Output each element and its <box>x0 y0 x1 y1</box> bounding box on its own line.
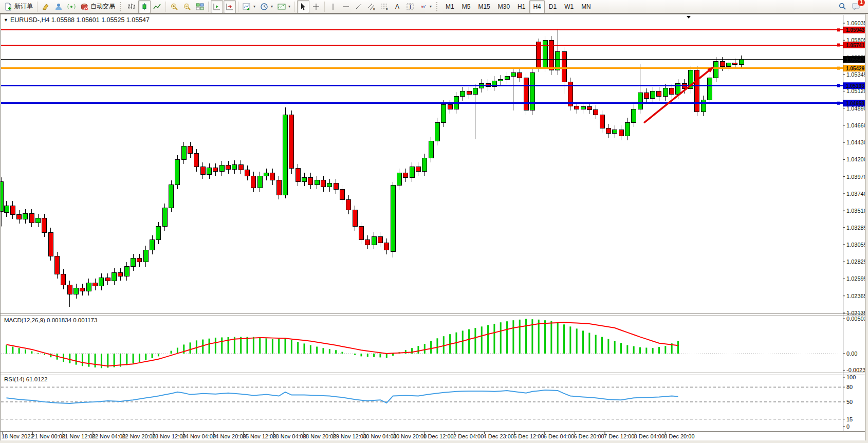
candle-body[interactable] <box>162 208 167 226</box>
candle-body[interactable] <box>701 100 706 112</box>
candle-body[interactable] <box>74 288 79 294</box>
fibonacci-button[interactable]: F <box>378 0 391 13</box>
candle-body[interactable] <box>283 115 288 195</box>
candle-body[interactable] <box>80 288 85 291</box>
candle-body[interactable] <box>226 165 231 169</box>
bar-chart-button[interactable] <box>125 0 138 13</box>
candle-body[interactable] <box>739 60 744 65</box>
candle-body[interactable] <box>651 91 655 98</box>
candle-body[interactable] <box>511 72 515 76</box>
candle-body[interactable] <box>29 214 34 223</box>
candle-body[interactable] <box>644 93 649 99</box>
candle-body[interactable] <box>397 173 401 186</box>
candle-body[interactable] <box>505 76 509 79</box>
signals-button[interactable] <box>65 0 78 13</box>
candle-body[interactable] <box>720 61 725 66</box>
styler-button[interactable] <box>40 0 52 13</box>
candle-body[interactable] <box>378 237 382 243</box>
auto-scroll-button[interactable] <box>211 0 223 13</box>
line-chart-button[interactable] <box>151 0 163 13</box>
chart-window[interactable]: 1.060351.058051.055751.053451.051201.048… <box>0 13 868 443</box>
candle-body[interactable] <box>327 183 332 187</box>
cursor-button[interactable] <box>297 0 309 13</box>
candle-body[interactable] <box>733 63 737 64</box>
tab-timeframe-mn[interactable]: MN <box>578 0 595 13</box>
candle-body[interactable] <box>143 250 148 262</box>
candle-body[interactable] <box>467 91 471 94</box>
candle-body[interactable] <box>188 146 193 153</box>
candle-body[interactable] <box>105 278 110 281</box>
candle-body[interactable] <box>638 93 642 109</box>
candle-body[interactable] <box>55 256 60 274</box>
hline-anchor[interactable] <box>837 44 840 47</box>
candle-body[interactable] <box>429 141 433 158</box>
templates-button[interactable]: ▾ <box>275 0 292 13</box>
candle-body[interactable] <box>632 109 636 122</box>
candle-body[interactable] <box>137 259 142 262</box>
tab-timeframe-h1[interactable]: H1 <box>514 0 529 13</box>
candle-body[interactable] <box>422 158 427 171</box>
candle-body[interactable] <box>530 72 534 110</box>
candle-body[interactable] <box>670 88 674 95</box>
drag-handle[interactable] <box>120 2 123 11</box>
chart-shift-button[interactable] <box>224 0 236 13</box>
candle-body[interactable] <box>498 79 503 81</box>
candle-body[interactable] <box>340 189 344 199</box>
candle-body[interactable] <box>410 167 414 177</box>
tab-timeframe-m30[interactable]: M30 <box>494 0 513 13</box>
candle-body[interactable] <box>391 186 395 252</box>
candle-body[interactable] <box>207 168 212 174</box>
candle-body[interactable] <box>36 218 41 223</box>
candle-body[interactable] <box>613 130 617 134</box>
drag-handle[interactable] <box>436 2 439 11</box>
candle-body[interactable] <box>169 185 174 208</box>
candle-body[interactable] <box>695 70 699 112</box>
tab-timeframe-m5[interactable]: M5 <box>458 0 474 13</box>
candle-body[interactable] <box>251 176 256 188</box>
candle-body[interactable] <box>518 72 522 78</box>
candle-body[interactable] <box>23 214 28 219</box>
tile-windows-button[interactable] <box>194 0 206 13</box>
candle-body[interactable] <box>99 278 104 286</box>
vertical-line-button[interactable] <box>327 0 339 13</box>
candle-body[interactable] <box>42 218 47 232</box>
candle-body[interactable] <box>321 180 326 187</box>
candle-body[interactable] <box>118 272 123 276</box>
periods-button[interactable]: ▾ <box>258 0 275 13</box>
equidistant-channel-button[interactable]: E <box>365 0 378 13</box>
candle-body[interactable] <box>245 170 250 176</box>
candle-body[interactable] <box>727 63 731 66</box>
candle-body[interactable] <box>276 180 281 195</box>
candle-body[interactable] <box>112 272 117 281</box>
candle-body[interactable] <box>403 173 408 177</box>
candle-body[interactable] <box>86 283 91 291</box>
candle-body[interactable] <box>4 206 9 212</box>
candle-body[interactable] <box>575 106 579 109</box>
candle-body[interactable] <box>473 88 477 95</box>
candle-body[interactable] <box>416 167 420 172</box>
candle-body[interactable] <box>270 173 275 180</box>
candle-body[interactable] <box>714 61 718 78</box>
candle-body[interactable] <box>663 88 668 97</box>
candle-body[interactable] <box>708 78 712 100</box>
add-indicator-button[interactable]: ▾ <box>241 0 257 13</box>
candle-body[interactable] <box>334 183 338 190</box>
candle-body[interactable] <box>296 169 300 182</box>
candle-body[interactable] <box>257 176 262 188</box>
candle-body[interactable] <box>346 199 351 210</box>
candle-body[interactable] <box>238 164 243 170</box>
tab-timeframe-h4[interactable]: H4 <box>529 0 544 13</box>
candle-body[interactable] <box>61 274 66 285</box>
candle-body[interactable] <box>156 227 161 240</box>
candle-body[interactable] <box>181 146 186 159</box>
text-label-button[interactable]: T <box>404 0 416 13</box>
hline-anchor[interactable] <box>837 84 840 87</box>
candle-body[interactable] <box>289 115 294 169</box>
candle-body[interactable] <box>365 240 370 245</box>
candle-body[interactable] <box>441 104 446 122</box>
candle-body[interactable] <box>657 91 661 96</box>
candle-body[interactable] <box>524 78 528 110</box>
candle-body[interactable] <box>175 159 180 184</box>
arrows-button[interactable]: ▾ <box>417 0 434 13</box>
candle-body[interactable] <box>625 122 630 136</box>
